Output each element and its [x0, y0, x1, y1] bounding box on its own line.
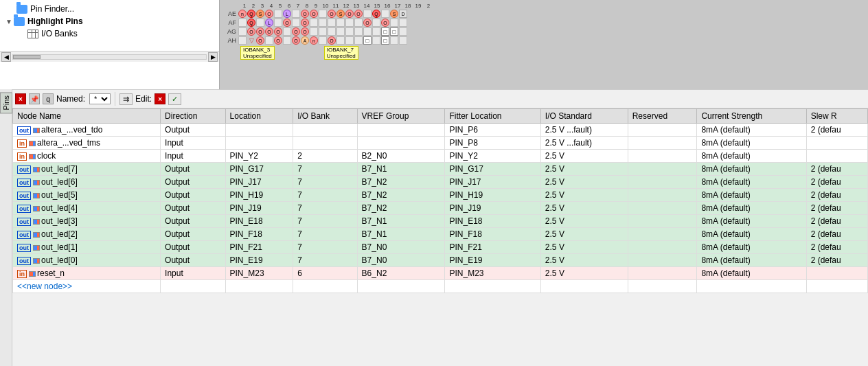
cell-current-strength[interactable]: 8mA (default) — [697, 241, 806, 254]
cell-slew[interactable]: 2 (defau — [806, 124, 867, 137]
edit-close-button[interactable]: × — [155, 93, 165, 104]
cell-io-standard[interactable]: 2.5 V — [540, 189, 628, 202]
cell-current-strength[interactable]: 8mA (default) — [697, 124, 806, 137]
cell-io-standard[interactable]: 2.5 V — [540, 215, 628, 228]
cell-io-bank[interactable]: 7 — [293, 241, 357, 254]
table-row[interactable]: outout_led[4]OutputPIN_J197B7_N2PIN_J192… — [13, 202, 868, 215]
table-row[interactable]: outout_led[2]OutputPIN_F187B7_N1PIN_F182… — [13, 228, 868, 241]
table-row[interactable]: outout_led[0]OutputPIN_E197B7_N0PIN_E192… — [13, 254, 868, 267]
cell-location[interactable]: PIN_G17 — [225, 163, 293, 176]
cell-io-bank[interactable]: 7 — [293, 254, 357, 267]
cell-current-strength[interactable]: 8mA (default) — [697, 228, 806, 241]
cell-location[interactable]: PIN_F21 — [225, 241, 293, 254]
cell-current-strength[interactable]: 8mA (default) — [697, 150, 806, 163]
filter-button[interactable]: ⇉ — [119, 93, 133, 105]
sidebar-item-highlight-pins[interactable]: ▼ Highlight Pins — [0, 15, 219, 27]
cell-current-strength[interactable]: 8mA (default) — [697, 215, 806, 228]
cell-slew[interactable] — [806, 267, 867, 280]
cell-io-standard[interactable]: 2.5 V ...fault) — [540, 124, 628, 137]
cell-slew[interactable] — [806, 280, 867, 293]
cell-slew[interactable]: 2 (defau — [806, 176, 867, 189]
pin-button[interactable]: 📌 — [29, 93, 40, 104]
cell-location[interactable]: PIN_M23 — [225, 267, 293, 280]
cell-io-bank[interactable] — [293, 137, 357, 150]
cell-location[interactable] — [225, 124, 293, 137]
cell-slew[interactable]: 2 (defau — [806, 228, 867, 241]
table-row[interactable]: <<new node>> — [13, 280, 868, 293]
cell-current-strength[interactable]: 8mA (default) — [697, 267, 806, 280]
cell-io-standard[interactable]: 2.5 V — [540, 228, 628, 241]
cell-io-standard[interactable]: 2.5 V — [540, 176, 628, 189]
cell-node-name: inclock — [13, 150, 161, 163]
cell-io-standard[interactable] — [540, 280, 628, 293]
cell-location[interactable]: PIN_F18 — [225, 228, 293, 241]
cell-location[interactable]: PIN_H19 — [225, 189, 293, 202]
cell-slew[interactable] — [806, 137, 867, 150]
cell-io-bank[interactable]: 7 — [293, 176, 357, 189]
cell-location[interactable]: PIN_J17 — [225, 176, 293, 189]
cell-io-bank[interactable]: 6 — [293, 267, 357, 280]
extra-button[interactable]: q — [43, 93, 54, 104]
cell-io-standard[interactable]: 2.5 V — [540, 202, 628, 215]
cell-io-standard[interactable]: 2.5 V — [540, 241, 628, 254]
cell-location[interactable]: PIN_J19 — [225, 202, 293, 215]
cell-slew[interactable] — [806, 150, 867, 163]
side-tab-panel: Pins — [0, 89, 12, 366]
cell-current-strength[interactable]: 8mA (default) — [697, 176, 806, 189]
cell-location[interactable]: PIN_E18 — [225, 215, 293, 228]
cell-slew[interactable]: 2 (defau — [806, 163, 867, 176]
sidebar-item-pin-finder[interactable]: Pin Finder... — [0, 3, 219, 15]
cell-node-name: outout_led[7] — [13, 163, 161, 176]
cell-slew[interactable]: 2 (defau — [806, 254, 867, 267]
table-row[interactable]: outout_led[1]OutputPIN_F217B7_N0PIN_F212… — [13, 241, 868, 254]
cell-current-strength[interactable] — [697, 280, 806, 293]
table-row[interactable]: outout_led[5]OutputPIN_H197B7_N2PIN_H192… — [13, 189, 868, 202]
table-row[interactable]: inaltera_...ved_tmsInputPIN_P82.5 V ...f… — [13, 137, 868, 150]
cell-io-standard[interactable]: 2.5 V — [540, 254, 628, 267]
table-row[interactable]: outout_led[3]OutputPIN_E187B7_N1PIN_E182… — [13, 215, 868, 228]
pins-tab[interactable]: Pins — [0, 92, 12, 113]
cell-current-strength[interactable]: 8mA (default) — [697, 202, 806, 215]
cell-current-strength[interactable]: 8mA (default) — [697, 254, 806, 267]
cell-current-strength[interactable]: 8mA (default) — [697, 163, 806, 176]
cell-io-standard[interactable]: 2.5 V — [540, 267, 628, 280]
confirm-button[interactable]: ✓ — [168, 93, 181, 105]
cell-io-standard[interactable]: 2.5 V — [540, 163, 628, 176]
tree-area: Pin Finder... ▼ Highlight Pins — [0, 0, 219, 51]
scroll-right-arrow[interactable]: ▶ — [208, 52, 218, 62]
named-select[interactable]: * — [89, 93, 111, 104]
table-row[interactable]: outout_led[6]OutputPIN_J177B7_N2PIN_J172… — [13, 176, 868, 189]
cell-location[interactable] — [225, 137, 293, 150]
horizontal-scrollbar[interactable]: ◀ ▶ — [0, 51, 219, 62]
table-row[interactable]: inclockInputPIN_Y22B2_N0PIN_Y22.5 V8mA (… — [13, 150, 868, 163]
cell-io-bank[interactable]: 7 — [293, 202, 357, 215]
cell-direction: Output — [161, 241, 225, 254]
cell-slew[interactable]: 2 (defau — [806, 202, 867, 215]
cell-location[interactable] — [225, 280, 293, 293]
cell-vref-group: B7_N0 — [357, 254, 445, 267]
cell-location[interactable]: PIN_Y2 — [225, 150, 293, 163]
table-row[interactable]: inreset_nInputPIN_M236B6_N2PIN_M232.5 V8… — [13, 267, 868, 280]
cell-io-bank[interactable] — [293, 124, 357, 137]
sidebar-item-io-banks[interactable]: I/O Banks — [0, 27, 219, 40]
close-button[interactable]: × — [15, 93, 26, 104]
cell-slew[interactable]: 2 (defau — [806, 241, 867, 254]
table-row[interactable]: outout_led[7]OutputPIN_G177B7_N1PIN_G172… — [13, 163, 868, 176]
table-row[interactable]: outaltera_...ved_tdoOutputPIN_P62.5 V ..… — [13, 124, 868, 137]
cell-io-standard[interactable]: 2.5 V ...fault) — [540, 137, 628, 150]
cell-io-bank[interactable]: 2 — [293, 150, 357, 163]
scroll-track[interactable] — [12, 54, 207, 60]
cell-slew[interactable]: 2 (defau — [806, 215, 867, 228]
cell-io-bank[interactable]: 7 — [293, 215, 357, 228]
cell-io-bank[interactable] — [293, 280, 357, 293]
cell-location[interactable]: PIN_E19 — [225, 254, 293, 267]
cell-io-bank[interactable]: 7 — [293, 189, 357, 202]
scroll-thumb[interactable] — [13, 55, 41, 59]
cell-io-bank[interactable]: 7 — [293, 228, 357, 241]
cell-io-standard[interactable]: 2.5 V — [540, 150, 628, 163]
cell-slew[interactable]: 2 (defau — [806, 189, 867, 202]
scroll-left-arrow[interactable]: ◀ — [1, 52, 11, 62]
cell-current-strength[interactable]: 8mA (default) — [697, 137, 806, 150]
cell-current-strength[interactable]: 8mA (default) — [697, 189, 806, 202]
cell-io-bank[interactable]: 7 — [293, 163, 357, 176]
